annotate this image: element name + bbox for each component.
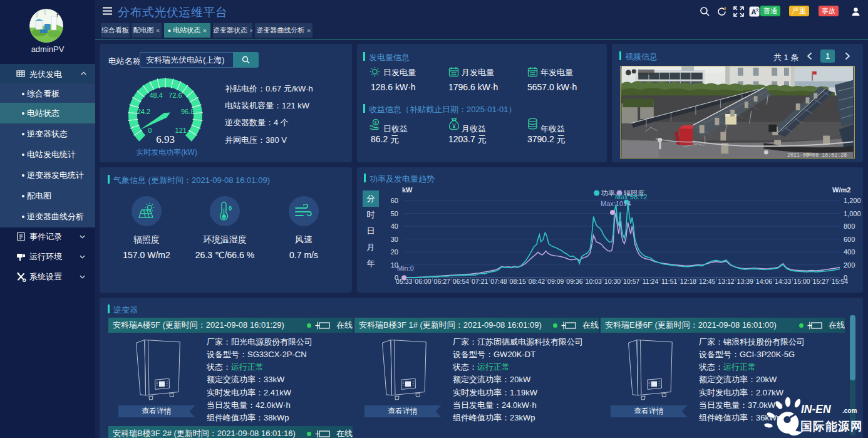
svg-text:72.6: 72.6 <box>168 91 182 99</box>
svg-text:国际能源网: 国际能源网 <box>800 420 863 433</box>
svg-text:文: 文 <box>755 8 760 12</box>
svg-text:W/m2: W/m2 <box>832 186 850 194</box>
svg-text:功率: 功率 <box>601 189 615 197</box>
svg-text:50: 50 <box>391 210 398 217</box>
svg-text:0: 0 <box>395 274 398 281</box>
svg-text:13:39: 13:39 <box>737 278 753 285</box>
svg-text:400: 400 <box>844 248 855 256</box>
svg-text:07:48: 07:48 <box>490 278 507 285</box>
svg-text:11:24: 11:24 <box>643 278 659 285</box>
svg-text:08:42: 08:42 <box>529 278 545 285</box>
svg-text:Min:0: Min:0 <box>397 264 414 272</box>
svg-text:10:57: 10:57 <box>623 278 639 285</box>
svg-text:.com: .com <box>842 407 857 414</box>
svg-text:800: 800 <box>844 222 855 230</box>
svg-text:1,200: 1,200 <box>844 197 861 204</box>
svg-text:08:15: 08:15 <box>510 278 526 285</box>
svg-text:10:03: 10:03 <box>586 278 602 285</box>
svg-text:07:21: 07:21 <box>472 278 488 285</box>
svg-text:15:27: 15:27 <box>813 278 829 285</box>
svg-text:200: 200 <box>844 261 855 269</box>
svg-text:06:27: 06:27 <box>434 278 450 285</box>
svg-text:0: 0 <box>844 274 847 281</box>
svg-text:09:36: 09:36 <box>566 278 582 285</box>
svg-text:30: 30 <box>391 236 398 243</box>
svg-text:11:51: 11:51 <box>661 278 678 285</box>
svg-text:20: 20 <box>391 248 398 256</box>
svg-text:24.2: 24.2 <box>137 108 150 115</box>
svg-text:60: 60 <box>391 197 398 204</box>
svg-text:0: 0 <box>148 127 152 134</box>
svg-text:121: 121 <box>175 127 187 134</box>
svg-text:Max:1014: Max:1014 <box>601 200 631 207</box>
svg-text:14:06: 14:06 <box>756 278 772 285</box>
svg-text:09:09: 09:09 <box>547 278 564 285</box>
svg-text:06:54: 06:54 <box>453 278 469 285</box>
svg-text:1,000: 1,000 <box>844 210 861 217</box>
svg-text:2021-09-08 16:02:28: 2021-09-08 16:02:28 <box>787 152 847 159</box>
svg-text:13:12: 13:12 <box>718 278 734 285</box>
svg-text:12:18: 12:18 <box>680 278 696 285</box>
svg-text:12:45: 12:45 <box>699 278 715 285</box>
svg-text:48.4: 48.4 <box>149 91 162 99</box>
svg-text:kW: kW <box>402 186 413 194</box>
svg-text:15:00: 15:00 <box>793 278 810 285</box>
svg-text:14:33: 14:33 <box>775 278 791 285</box>
svg-text:$: $ <box>375 120 377 125</box>
svg-text:96.8: 96.8 <box>181 108 194 115</box>
svg-text:06:00: 06:00 <box>415 278 431 285</box>
svg-text:10:30: 10:30 <box>604 278 621 285</box>
svg-text:IN-EN: IN-EN <box>801 403 831 415</box>
svg-text:40: 40 <box>391 222 398 230</box>
svg-text:600: 600 <box>844 236 855 243</box>
